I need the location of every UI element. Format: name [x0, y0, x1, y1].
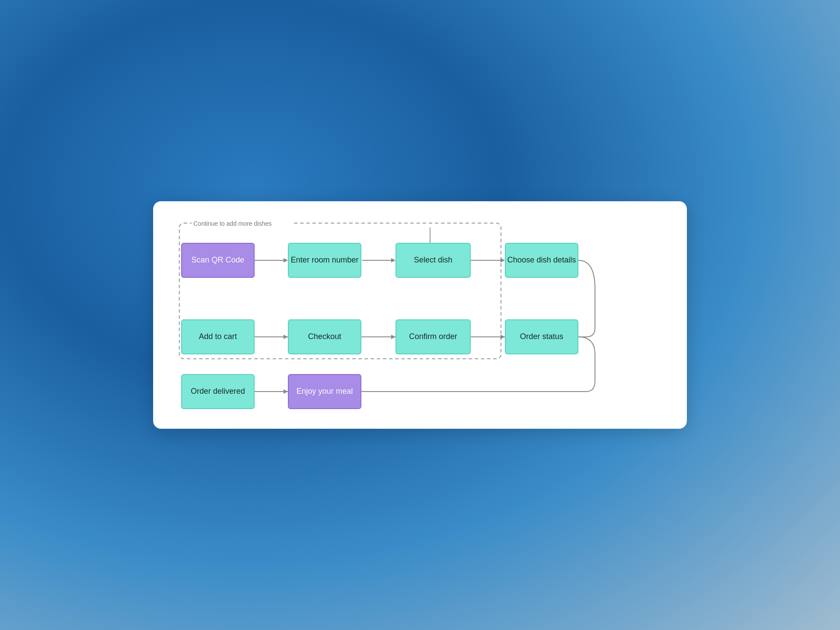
enter-room-box: Enter room number [288, 243, 361, 278]
scan-qr-box: Scan QR Code [181, 243, 255, 278]
enter-room-label: Enter room number [290, 255, 358, 265]
flow-rows: Continue to add more dishes [175, 219, 665, 407]
confirm-order-label: Confirm order [409, 332, 457, 342]
checkout-box: Checkout [288, 319, 361, 354]
svg-marker-14 [500, 335, 505, 339]
svg-marker-3 [284, 258, 288, 262]
diagram-card: Continue to add more dishes [153, 201, 687, 429]
choose-details-label: Choose dish details [507, 255, 576, 265]
checkout-label: Checkout [308, 332, 341, 342]
svg-marker-12 [391, 335, 396, 339]
scan-qr-label: Scan QR Code [191, 255, 244, 265]
svg-marker-10 [284, 335, 288, 339]
select-dish-box: Select dish [396, 243, 471, 278]
confirm-order-box: Confirm order [396, 319, 471, 354]
select-dish-label: Select dish [414, 255, 452, 265]
svg-marker-5 [391, 258, 396, 262]
enjoy-meal-label: Enjoy your meal [296, 386, 353, 396]
svg-marker-7 [500, 258, 505, 262]
order-status-label: Order status [520, 332, 563, 342]
add-to-cart-label: Add to cart [199, 332, 237, 342]
loop-label: Continue to add more dishes [193, 220, 272, 227]
add-to-cart-box: Add to cart [181, 319, 255, 354]
enjoy-meal-box: Enjoy your meal [288, 374, 361, 409]
choose-details-box: Choose dish details [505, 243, 578, 278]
order-delivered-label: Order delivered [191, 386, 245, 396]
svg-marker-17 [284, 389, 288, 394]
order-status-box: Order status [505, 319, 578, 354]
svg-rect-1 [192, 220, 292, 228]
order-delivered-box: Order delivered [181, 374, 255, 409]
